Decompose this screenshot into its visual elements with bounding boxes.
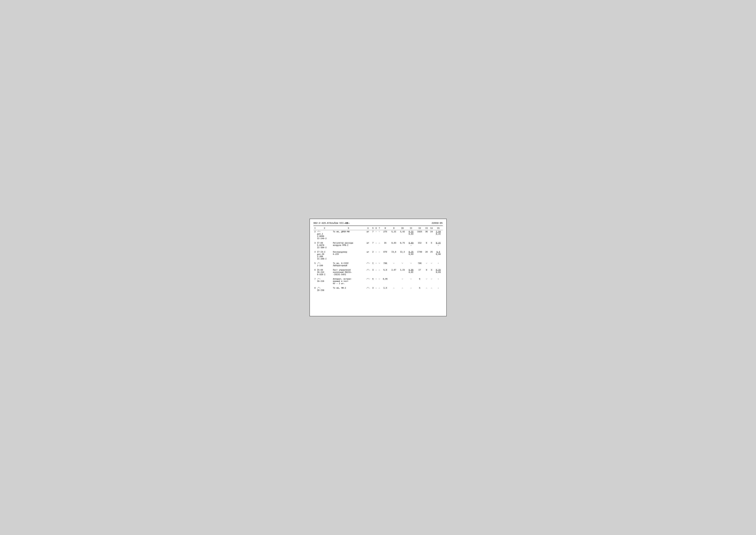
- row-col14: 24: [429, 230, 434, 240]
- row-col3: Пост управлениякнопочный ПКУ15–-I9I3I-54…: [332, 268, 364, 276]
- row-col14: 25: [429, 250, 434, 261]
- row-col14: –: [429, 262, 434, 267]
- row-col9: –: [390, 262, 398, 267]
- row-col3: То же, ДМЭУ-МИ: [332, 230, 364, 240]
- col-header-10: IO: [398, 226, 407, 230]
- page-header: 902-2-429.87 Альбом VII -49- 22058-05: [313, 222, 443, 225]
- row-col3: То же, К–II5ЛЛабораторный: [332, 262, 364, 267]
- row-id: 2: [313, 230, 317, 240]
- row-col10: 0,75: [398, 241, 407, 249]
- row-col4: –"–: [364, 277, 371, 285]
- row-col11: 0,220,03: [407, 230, 416, 240]
- row-col15: –: [434, 277, 443, 285]
- col-header-3: 3: [332, 226, 364, 230]
- row-col7: –: [378, 277, 381, 285]
- row-col12: 5: [416, 286, 424, 292]
- row-col5: I: [371, 262, 375, 267]
- row-col11: –: [407, 262, 416, 267]
- row-col9: I3,8: [390, 250, 398, 261]
- row-id: 5: [313, 262, 317, 267]
- row-col10: –: [398, 277, 407, 285]
- row-col10: –: [398, 262, 407, 267]
- row-col2: I7-045-0470II-394-2: [316, 241, 332, 249]
- row-col14: –: [429, 286, 434, 292]
- row-col4: шт: [364, 250, 371, 261]
- col-header-7: 7: [378, 226, 381, 230]
- row-col6: –: [375, 262, 378, 267]
- row-col9: 5,2I: [390, 230, 398, 240]
- col-header-13: I3: [424, 226, 429, 230]
- row-col8: 780: [381, 262, 390, 267]
- row-col3: То же, ПФ-2: [332, 286, 364, 292]
- row-col12: 780: [416, 262, 424, 267]
- column-headers: I 2 3 4 5 6 7 8 9 IO II I2 I3 I4 I5: [313, 226, 443, 230]
- table-row: 4 I7-I4-Iдоп.I82-200II-340-I Кислородоме…: [313, 250, 443, 261]
- row-col7: –: [378, 286, 381, 292]
- row-col15: I,540,2I: [434, 230, 443, 240]
- row-col15: –: [434, 286, 443, 292]
- row-col7: –: [378, 250, 381, 261]
- col-header-14: I4: [429, 226, 434, 230]
- col-header-4: 4: [364, 226, 371, 230]
- page-number: -49-: [344, 222, 350, 225]
- row-col15: 0,2I–: [434, 241, 443, 249]
- row-col12: I925: [416, 230, 424, 240]
- row-col6: –: [375, 268, 378, 276]
- row-col15: 0,50,06: [434, 250, 443, 261]
- col-header-11: II: [407, 226, 416, 230]
- row-col8: 870: [381, 250, 390, 261]
- row-col12: I740: [416, 250, 424, 261]
- doc-code: 22058-05: [432, 222, 443, 224]
- table-row: 3 I7-045-0470II-394-2 Регулятор расходав…: [313, 241, 443, 249]
- row-col8: I6: [381, 241, 390, 249]
- table-row: 6 I5-04I8-I228-529-I Пост управлениякноп…: [313, 268, 443, 276]
- row-col14: 5: [429, 241, 434, 249]
- doc-number: 902-2-429.87: [313, 222, 330, 224]
- row-col3: Аппарат, встрае-ваемый в постКУ – 2 шт.: [332, 277, 364, 285]
- row-col13: –: [424, 286, 429, 292]
- row-col4: –"–: [364, 262, 371, 267]
- row-col11: 0,03–: [407, 241, 416, 249]
- row-col2: I5-04I8-I228-529-I: [316, 268, 332, 276]
- row-col12: 6: [416, 277, 424, 285]
- row-col7: –: [378, 230, 381, 240]
- row-id: 7: [313, 277, 317, 285]
- row-col10: –: [398, 286, 407, 292]
- row-col9: 0,83: [390, 241, 398, 249]
- row-id: 6: [313, 268, 317, 276]
- row-col6: –: [375, 286, 378, 292]
- row-col5: 2: [371, 250, 375, 261]
- row-col13: 9: [424, 268, 429, 276]
- row-col7: –: [378, 268, 381, 276]
- row-col8: 0,95: [381, 277, 390, 285]
- row-col8: I,5: [381, 286, 390, 292]
- row-col4: –"–: [364, 268, 371, 276]
- row-col4: шт: [364, 241, 371, 249]
- row-col5: 6: [371, 277, 375, 285]
- row-col14: –: [429, 277, 434, 285]
- row-col2: I7-I4-Iдоп.I82-200II-340-I: [316, 250, 332, 261]
- row-col11: 0,250,03: [407, 250, 416, 261]
- row-col13: 6: [424, 241, 429, 249]
- row-col13: 36: [424, 230, 429, 240]
- row-col9: 2,97: [390, 268, 398, 276]
- page: 902-2-429.87 Альбом VII -49- 22058-05 I …: [310, 219, 446, 316]
- row-id: 3: [313, 241, 317, 249]
- table-row: 8 –"–I8-I30 То же, ПФ-2 –"– 3 – – I,5 – …: [313, 286, 443, 292]
- row-col15: 0,I50,03: [434, 268, 443, 276]
- row-col4: шт: [364, 230, 371, 240]
- main-table: I 2 3 4 5 6 7 8 9 IO II I2 I3 I4 I5 2: [313, 226, 443, 292]
- row-col13: –: [424, 262, 429, 267]
- row-col6: –: [375, 277, 378, 285]
- row-col2: –"–I8-I26: [316, 277, 332, 285]
- row-col6: –: [375, 250, 378, 261]
- col-header-1: I: [313, 226, 317, 230]
- row-col10: I,I5: [398, 268, 407, 276]
- col-header-6: 6: [375, 226, 378, 230]
- table-row: 2 –"–доп.I2-0896II-249-2 То же, ДМЭУ-МИ …: [313, 230, 443, 240]
- row-col2: –"–доп.I2-0896II-249-2: [316, 230, 332, 240]
- row-col3: КислородомерК-2I5: [332, 250, 364, 261]
- row-col10: 3,42: [398, 230, 407, 240]
- row-col11: 0,050,0I: [407, 268, 416, 276]
- row-col12: I7: [416, 268, 424, 276]
